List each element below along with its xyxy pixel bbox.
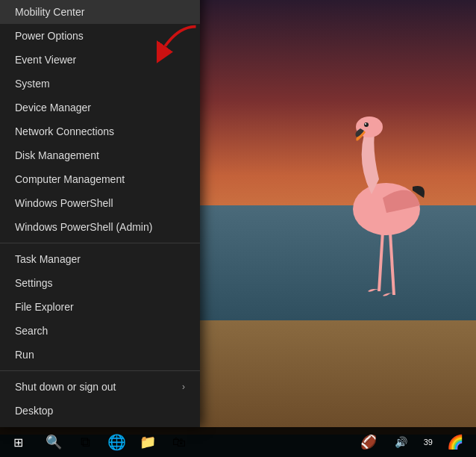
menu-item-label-shut-down: Shut down or sign out — [15, 381, 116, 393]
menu-item-settings[interactable]: Settings — [0, 271, 200, 295]
menu-item-label-settings: Settings — [15, 277, 53, 289]
menu-item-mobility-center[interactable]: Mobility Center — [0, 0, 200, 24]
menu-item-label-power-options: Power Options — [15, 30, 84, 42]
menu-item-windows-powershell[interactable]: Windows PowerShell — [0, 191, 200, 215]
menu-item-label-network-connections: Network Connections — [15, 125, 114, 137]
menu-item-task-manager[interactable]: Task Manager — [0, 247, 200, 271]
menu-item-label-task-manager: Task Manager — [15, 253, 81, 265]
taskbar-clock[interactable]: 39 — [419, 437, 437, 447]
taskbar-football[interactable]: 🏈 — [354, 427, 383, 457]
menu-item-label-device-manager: Device Manager — [15, 102, 91, 114]
start-button[interactable]: ⊞ — [0, 427, 36, 457]
menu-item-disk-management[interactable]: Disk Management — [0, 143, 200, 167]
menu-item-desktop[interactable]: Desktop — [0, 399, 200, 423]
menu-item-label-windows-powershell: Windows PowerShell — [15, 197, 113, 209]
menu-item-label-search: Search — [15, 325, 48, 337]
svg-line-4 — [379, 231, 383, 291]
svg-line-5 — [390, 233, 394, 295]
menu-item-system[interactable]: System — [0, 72, 200, 96]
taskbar-store[interactable]: 🛍 — [164, 427, 194, 457]
menu-item-label-system: System — [15, 78, 50, 90]
menu-item-event-viewer[interactable]: Event Viewer — [0, 48, 200, 72]
taskbar-explorer[interactable]: 📁 — [133, 427, 163, 457]
menu-divider-after-run — [0, 370, 200, 371]
menu-item-search[interactable]: Search — [0, 319, 200, 343]
taskbar-system-tray[interactable]: 🔊 — [386, 427, 416, 457]
menu-item-windows-powershell-admin[interactable]: Windows PowerShell (Admin) — [0, 215, 200, 239]
taskbar-icons: 🔍 ⧉ 🌐 📁 🛍 — [36, 427, 354, 457]
flamingo-image — [297, 90, 446, 329]
menu-item-label-desktop: Desktop — [15, 405, 53, 417]
menu-item-device-manager[interactable]: Device Manager — [0, 96, 200, 119]
menu-item-label-computer-management: Computer Management — [15, 173, 125, 185]
taskbar-task-view[interactable]: ⧉ — [70, 427, 100, 457]
menu-item-shut-down[interactable]: Shut down or sign out› — [0, 375, 200, 399]
taskbar-search[interactable]: 🔍 — [39, 427, 69, 457]
menu-item-label-mobility-center: Mobility Center — [15, 6, 84, 18]
menu-item-label-file-explorer: File Explorer — [15, 301, 74, 313]
menu-item-label-disk-management: Disk Management — [15, 149, 99, 161]
menu-item-label-run: Run — [15, 349, 34, 361]
menu-item-power-options[interactable]: Power Options — [0, 24, 200, 48]
menu-item-label-windows-powershell-admin: Windows PowerShell (Admin) — [15, 221, 152, 233]
taskbar-chrome[interactable]: 🌈 — [440, 427, 470, 457]
taskbar-right: 🏈 🔊 39 🌈 — [354, 427, 476, 457]
taskbar: ⊞ 🔍 ⧉ 🌐 📁 🛍 🏈 🔊 39 🌈 — [0, 427, 476, 457]
svg-point-2 — [364, 122, 369, 127]
context-menu: Apps and FeaturesMobility CenterPower Op… — [0, 0, 200, 427]
menu-divider-after-windows-powershell-admin — [0, 243, 200, 243]
menu-item-label-event-viewer: Event Viewer — [15, 54, 76, 66]
menu-item-file-explorer[interactable]: File Explorer — [0, 295, 200, 319]
taskbar-edge[interactable]: 🌐 — [101, 427, 131, 457]
submenu-chevron-shut-down: › — [182, 382, 185, 392]
menu-item-run[interactable]: Run — [0, 343, 200, 367]
menu-item-computer-management[interactable]: Computer Management — [0, 167, 200, 191]
menu-item-network-connections[interactable]: Network Connections — [0, 119, 200, 143]
svg-point-3 — [365, 123, 366, 125]
